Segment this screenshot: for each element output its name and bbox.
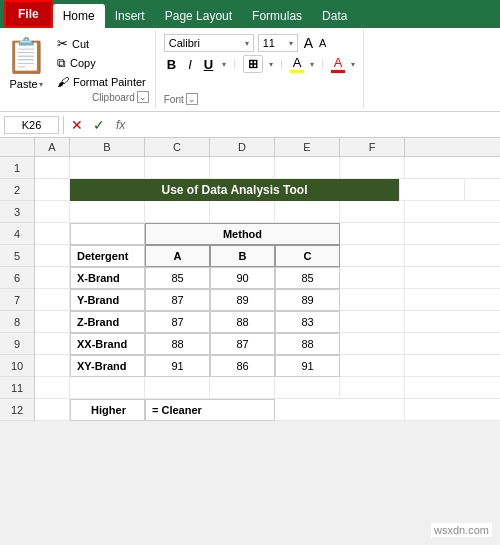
zbrand-c[interactable]: 83 — [275, 311, 340, 333]
detergent-header[interactable]: Detergent — [70, 245, 145, 267]
cell-f4[interactable] — [340, 223, 405, 245]
xbrand-b[interactable]: 90 — [210, 267, 275, 289]
font-color-dropdown-icon[interactable]: ▾ — [351, 60, 355, 69]
tab-file[interactable]: File — [4, 0, 53, 28]
paste-dropdown-icon[interactable]: ▾ — [39, 80, 43, 89]
col-header-b[interactable]: B — [70, 138, 145, 156]
font-family-selector[interactable]: Calibri ▾ — [164, 34, 254, 52]
cell-a10[interactable] — [35, 355, 70, 377]
cell-b1[interactable] — [70, 157, 145, 179]
col-header-f[interactable]: F — [340, 138, 405, 156]
zbrand-b[interactable]: 88 — [210, 311, 275, 333]
cell-f12[interactable] — [340, 399, 405, 421]
cell-a2[interactable] — [35, 179, 70, 201]
font-color-button[interactable]: A — [331, 55, 345, 73]
higher-cell[interactable]: Higher — [70, 399, 145, 421]
row-header-3[interactable]: 3 — [0, 201, 34, 223]
tab-insert[interactable]: Insert — [105, 4, 155, 28]
cell-f2[interactable] — [400, 179, 465, 201]
cell-f11[interactable] — [340, 377, 405, 399]
cell-c1[interactable] — [145, 157, 210, 179]
xxbrand-a[interactable]: 88 — [145, 333, 210, 355]
ybrand-c[interactable]: 89 — [275, 289, 340, 311]
highlight-color-button[interactable]: A — [290, 55, 304, 73]
font-increase-button[interactable]: A — [302, 34, 315, 52]
row-header-8[interactable]: 8 — [0, 311, 34, 333]
tab-data[interactable]: Data — [312, 4, 357, 28]
row-header-10[interactable]: 10 — [0, 355, 34, 377]
copy-button[interactable]: ⧉ Copy — [54, 54, 149, 72]
cell-reference[interactable]: K26 — [4, 116, 59, 134]
xbrand-c[interactable]: 85 — [275, 267, 340, 289]
cell-a9[interactable] — [35, 333, 70, 355]
ybrand-a[interactable]: 87 — [145, 289, 210, 311]
ybrand-b[interactable]: 89 — [210, 289, 275, 311]
bold-button[interactable]: B — [164, 56, 179, 73]
xybrand-a[interactable]: 91 — [145, 355, 210, 377]
cell-a11[interactable] — [35, 377, 70, 399]
ybrand-label[interactable]: Y-Brand — [70, 289, 145, 311]
cell-f6[interactable] — [340, 267, 405, 289]
font-decrease-button[interactable]: A — [317, 34, 328, 52]
cell-a6[interactable] — [35, 267, 70, 289]
xybrand-b[interactable]: 86 — [210, 355, 275, 377]
confirm-formula-button[interactable]: ✓ — [90, 117, 108, 133]
method-header-cell[interactable]: Method — [145, 223, 340, 245]
cell-c11[interactable] — [145, 377, 210, 399]
row-header-2[interactable]: 2 — [0, 179, 34, 201]
cell-c3[interactable] — [145, 201, 210, 223]
paste-button[interactable]: 📋 Paste ▾ — [6, 34, 46, 105]
format-painter-button[interactable]: 🖌 Format Painter — [54, 73, 149, 91]
borders-button[interactable]: ⊞ — [243, 55, 263, 73]
formula-input[interactable] — [133, 117, 496, 133]
cell-b4[interactable] — [70, 223, 145, 245]
cell-d1[interactable] — [210, 157, 275, 179]
row-header-1[interactable]: 1 — [0, 157, 34, 179]
xxbrand-b[interactable]: 87 — [210, 333, 275, 355]
cell-a7[interactable] — [35, 289, 70, 311]
col-header-e[interactable]: E — [275, 138, 340, 156]
zbrand-a[interactable]: 87 — [145, 311, 210, 333]
xxbrand-label[interactable]: XX-Brand — [70, 333, 145, 355]
underline-dropdown-icon[interactable]: ▾ — [222, 60, 226, 69]
cleaner-cell[interactable]: = Cleaner — [145, 399, 275, 421]
cell-b11[interactable] — [70, 377, 145, 399]
cell-a4[interactable] — [35, 223, 70, 245]
zbrand-label[interactable]: Z-Brand — [70, 311, 145, 333]
cell-e11[interactable] — [275, 377, 340, 399]
row-header-12[interactable]: 12 — [0, 399, 34, 421]
font-expand-icon[interactable]: ⌄ — [186, 93, 198, 105]
highlight-dropdown-icon[interactable]: ▾ — [310, 60, 314, 69]
row-header-6[interactable]: 6 — [0, 267, 34, 289]
row-header-9[interactable]: 9 — [0, 333, 34, 355]
col-header-d[interactable]: D — [210, 138, 275, 156]
tab-home[interactable]: Home — [53, 4, 105, 28]
title-cell[interactable]: Use of Data Analysis Tool — [70, 179, 400, 201]
cell-f10[interactable] — [340, 355, 405, 377]
cell-f9[interactable] — [340, 333, 405, 355]
cell-b3[interactable] — [70, 201, 145, 223]
row-header-5[interactable]: 5 — [0, 245, 34, 267]
italic-button[interactable]: I — [185, 56, 195, 73]
xbrand-a[interactable]: 85 — [145, 267, 210, 289]
row-header-7[interactable]: 7 — [0, 289, 34, 311]
cancel-formula-button[interactable]: ✕ — [68, 117, 86, 133]
col-c-header[interactable]: C — [275, 245, 340, 267]
cell-e3[interactable] — [275, 201, 340, 223]
cell-a5[interactable] — [35, 245, 70, 267]
xybrand-label[interactable]: XY-Brand — [70, 355, 145, 377]
tab-formulas[interactable]: Formulas — [242, 4, 312, 28]
cell-f1[interactable] — [340, 157, 405, 179]
cell-f3[interactable] — [340, 201, 405, 223]
tab-page-layout[interactable]: Page Layout — [155, 4, 242, 28]
font-size-selector[interactable]: 11 ▾ — [258, 34, 298, 52]
cell-f5[interactable] — [340, 245, 405, 267]
cell-f8[interactable] — [340, 311, 405, 333]
cell-d11[interactable] — [210, 377, 275, 399]
cell-e12[interactable] — [275, 399, 340, 421]
clipboard-expand-icon[interactable]: ⌄ — [137, 91, 149, 103]
cell-e1[interactable] — [275, 157, 340, 179]
col-a-header[interactable]: A — [145, 245, 210, 267]
row-header-11[interactable]: 11 — [0, 377, 34, 399]
col-header-a[interactable]: A — [35, 138, 70, 156]
